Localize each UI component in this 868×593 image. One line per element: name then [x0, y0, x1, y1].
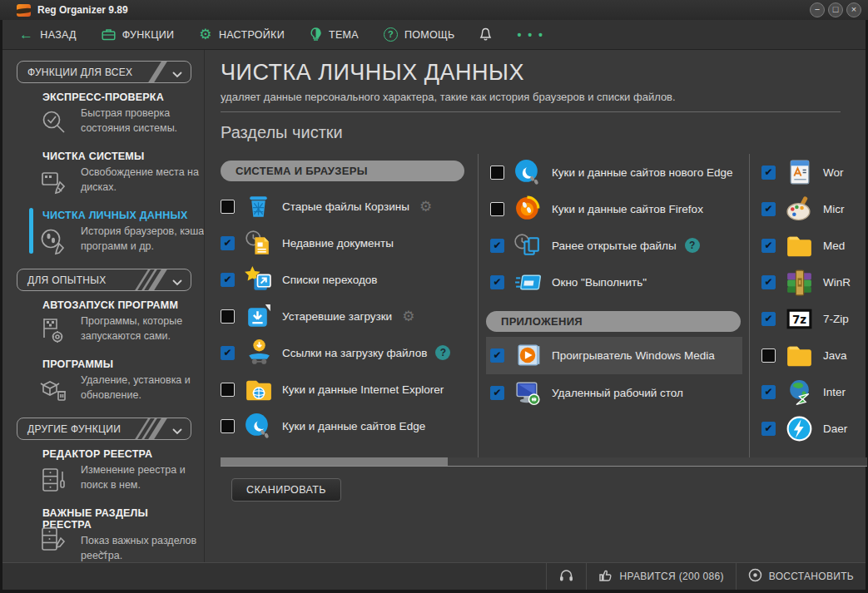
- sidebar-item-registry-editor[interactable]: РЕДАКТОР РЕЕСТРА Изменение реестра и пои…: [42, 448, 196, 492]
- cleanup-item-label: Недавние документы: [282, 237, 394, 250]
- thumbs-up-icon: [598, 569, 613, 585]
- checkbox[interactable]: [490, 275, 504, 289]
- horizontal-scrollbar[interactable]: [221, 457, 867, 466]
- ellipsis-icon: • • •: [517, 28, 543, 42]
- cleanup-item-firefox-cookies[interactable]: Куки и данные сайтов Firefox: [479, 190, 749, 227]
- cleanup-item-daemon-tools[interactable]: Daer: [750, 410, 867, 447]
- restore-button[interactable]: ВОССТАНОВИТЬ: [736, 563, 866, 590]
- cleanup-item-remote-desktop[interactable]: Удаленный рабочий стол: [479, 374, 749, 411]
- cleanup-item-obsolete-downloads[interactable]: Устаревшие загрузки ⚙: [221, 298, 478, 334]
- sidebar-group-functions-for-all[interactable]: ФУНКЦИИ ДЛЯ ВСЕХ: [17, 61, 191, 83]
- more-button[interactable]: • • •: [517, 28, 543, 42]
- minimize-button[interactable]: −: [810, 2, 825, 17]
- sidebar-item-express-check[interactable]: ЭКСПРЕСС-ПРОВЕРКА Быстрая проверка состо…: [42, 91, 196, 136]
- cleanup-item-label: Списки переходов: [282, 274, 377, 286]
- checkbox[interactable]: [221, 346, 235, 360]
- column-system-browsers: СИСТЕМА И БРАУЗЕРЫ Старые файлы Корзины …: [221, 154, 478, 457]
- checkbox[interactable]: [761, 348, 776, 363]
- notifications-button[interactable]: [479, 27, 492, 42]
- checkbox[interactable]: [221, 383, 235, 397]
- checkbox[interactable]: [221, 419, 235, 433]
- sidebar-group-for-experienced[interactable]: ДЛЯ ОПЫТНЫХ: [17, 269, 191, 291]
- scan-button[interactable]: СКАНИРОВАТЬ: [231, 478, 341, 502]
- sidebar-group-other-functions[interactable]: ДРУГИЕ ФУНКЦИИ: [17, 418, 191, 440]
- app-window: Reg Organizer 9.89 − □ × ← НАЗАД ФУНКЦИИ…: [0, 0, 868, 593]
- back-button[interactable]: ← НАЗАД: [19, 27, 77, 42]
- cleanup-sections-panel: СИСТЕМА И БРАУЗЕРЫ Старые файлы Корзины …: [221, 154, 867, 467]
- checkbox[interactable]: [221, 273, 235, 287]
- checkbox[interactable]: [490, 386, 504, 400]
- checkbox[interactable]: [761, 312, 776, 326]
- help-button[interactable]: ? ПОМОЩЬ: [384, 27, 455, 42]
- header-divider: [221, 111, 841, 112]
- remote-desktop-icon: [513, 378, 543, 408]
- cleanup-item-ie-cookies[interactable]: Куки и данные Internet Explorer: [221, 371, 478, 408]
- obsolete-downloads-icon: [243, 301, 274, 332]
- checkbox[interactable]: [761, 422, 776, 436]
- cleanup-item-edge-cookies[interactable]: Куки и данные сайтов Edge: [221, 408, 478, 444]
- cleanup-item-winrar[interactable]: WinR: [750, 264, 867, 300]
- cleanup-item-media-folder[interactable]: Med: [750, 227, 867, 264]
- checkbox[interactable]: [761, 202, 776, 216]
- cleanup-item-java[interactable]: Java: [750, 337, 867, 373]
- functions-button[interactable]: ФУНКЦИИ: [102, 28, 175, 41]
- chevron-down-icon: [172, 69, 182, 81]
- window-title: Reg Organizer 9.89: [37, 4, 128, 16]
- cleanup-item-new-edge-cookies[interactable]: Куки и данные сайтов нового Edge: [479, 154, 749, 190]
- checkbox[interactable]: [761, 275, 776, 289]
- app-logo-icon: [17, 4, 31, 17]
- checkbox[interactable]: [221, 200, 235, 214]
- checkbox[interactable]: [221, 309, 235, 324]
- cleanup-item-recent-documents[interactable]: Недавние документы: [221, 225, 478, 261]
- cleanup-item-run-window[interactable]: Окно "Выполнить": [479, 264, 749, 300]
- maximize-button[interactable]: □: [828, 2, 843, 17]
- cleanup-item-old-recycle-files[interactable]: Старые файлы Корзины ⚙: [221, 188, 478, 225]
- gear-icon[interactable]: ⚙: [419, 200, 432, 214]
- sidebar-scroll-down-indicator[interactable]: [2, 544, 204, 559]
- settings-button[interactable]: ⚙ НАСТРОЙКИ: [199, 27, 285, 42]
- item-title: ПРОГРАММЫ: [42, 358, 196, 370]
- statusbar: НРАВИТСЯ (200 086) ВОССТАНОВИТЬ: [2, 562, 866, 590]
- checkbox[interactable]: [221, 236, 235, 250]
- magnifier-check-icon: [39, 108, 71, 143]
- checkbox[interactable]: [490, 202, 504, 216]
- monitor-brush-icon: [39, 167, 71, 202]
- theme-button[interactable]: ТЕМА: [310, 27, 359, 42]
- restore-label: ВОССТАНОВИТЬ: [769, 571, 854, 582]
- cleanup-item-jump-lists[interactable]: Списки переходов: [221, 261, 478, 298]
- cleanup-item-label: Куки и данные сайтов нового Edge: [552, 166, 733, 179]
- cleanup-item-windows-media-player[interactable]: Проигрыватель Windows Media: [486, 337, 742, 374]
- checkbox[interactable]: [490, 348, 504, 363]
- settings-label: НАСТРОЙКИ: [219, 29, 285, 41]
- support-button[interactable]: [546, 563, 586, 590]
- cleanup-item-7zip[interactable]: 7z 7-Zip: [750, 300, 867, 337]
- cleanup-item-internet-download-manager[interactable]: Inter: [750, 373, 867, 410]
- section-title: Разделы чистки: [221, 123, 866, 142]
- flag-gear-icon: [39, 316, 71, 351]
- cleanup-item-previously-opened-files[interactable]: Ранее открытые файлы ?: [479, 227, 749, 264]
- like-button[interactable]: НРАВИТСЯ (200 086): [586, 563, 735, 590]
- cleanup-item-wordpad[interactable]: Wor: [750, 154, 867, 190]
- item-desc: Программы, которые запускаются сами.: [81, 314, 205, 343]
- cleanup-item-download-links[interactable]: Ссылки на загрузку файлов ?: [221, 334, 478, 371]
- help-icon[interactable]: ?: [685, 238, 700, 253]
- sidebar-item-system-cleanup[interactable]: ЧИСТКА СИСТЕМЫ Освобождение места на дис…: [42, 151, 196, 195]
- cleanup-item-label: WinR: [823, 276, 851, 289]
- horizontal-scrollbar-thumb[interactable]: [221, 457, 448, 466]
- help-icon[interactable]: ?: [435, 345, 450, 360]
- checkbox[interactable]: [761, 166, 776, 180]
- checkbox[interactable]: [761, 385, 776, 399]
- column-applications-more: Wor Micr Med WinR: [750, 154, 867, 457]
- checkbox[interactable]: [490, 166, 504, 180]
- recent-documents-icon: [243, 228, 274, 259]
- checkbox[interactable]: [490, 239, 504, 253]
- gear-icon[interactable]: ⚙: [402, 309, 414, 324]
- sidebar-item-personal-data-cleanup[interactable]: ЧИСТКА ЛИЧНЫХ ДАННЫХ История браузеров, …: [42, 210, 196, 254]
- checkbox[interactable]: [761, 239, 776, 253]
- functions-label: ФУНКЦИИ: [122, 29, 175, 41]
- sidebar-item-programs[interactable]: ПРОГРАММЫ Удаление, установка и обновлен…: [42, 358, 196, 403]
- close-button[interactable]: ×: [846, 2, 861, 17]
- cleanup-item-paint[interactable]: Micr: [750, 190, 867, 227]
- recycle-bin-icon: [243, 191, 274, 222]
- sidebar-item-autostart[interactable]: АВТОЗАПУСК ПРОГРАММ Программы, которые з…: [42, 299, 196, 343]
